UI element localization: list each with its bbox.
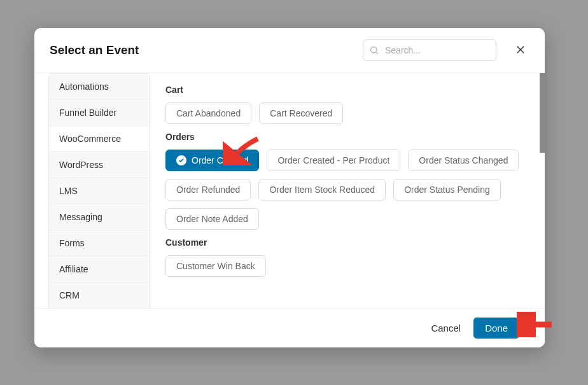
section-label: Customer (165, 237, 529, 248)
scrollbar-thumb[interactable] (540, 73, 545, 153)
section-label: Cart (165, 85, 529, 95)
modal-title: Select an Event (50, 43, 354, 57)
chip-label: Order Status Pending (404, 185, 490, 195)
search-input[interactable] (363, 39, 496, 61)
sidebar-item-label: Automations (59, 81, 109, 92)
done-button[interactable]: Done (473, 318, 519, 339)
sidebar-item-messaging[interactable]: Messaging (49, 204, 150, 230)
sidebar-item-label: Forms (59, 238, 85, 248)
sidebar-item-automations[interactable]: Automations (49, 74, 150, 100)
event-chip-order-note-added[interactable]: Order Note Added (165, 208, 259, 230)
event-chip-order-created-per-product[interactable]: Order Created - Per Product (267, 150, 400, 171)
event-chip-order-created[interactable]: Order Created (165, 150, 259, 171)
chip-label: Order Item Stock Reduced (269, 185, 375, 195)
chip-label: Order Status Changed (419, 155, 508, 165)
sidebar-item-affiliate[interactable]: Affiliate (49, 256, 150, 283)
sidebar-item-label: Messaging (59, 212, 102, 222)
chip-label: Order Created - Per Product (277, 155, 389, 165)
chip-row: Customer Win Back (165, 255, 529, 277)
sidebar-item-label: Affiliate (59, 264, 88, 274)
chip-label: Order Refunded (176, 185, 240, 195)
chip-row: Order CreatedOrder Created - Per Product… (165, 150, 529, 230)
sidebar-item-label: CRM (59, 290, 80, 300)
sidebar-item-lms[interactable]: LMS (49, 178, 150, 204)
search-icon (369, 45, 379, 55)
sidebar[interactable]: AutomationsFunnel BuilderWooCommerceWord… (48, 73, 150, 308)
sidebar-item-label: Funnel Builder (59, 108, 116, 118)
event-chip-order-status-changed[interactable]: Order Status Changed (408, 150, 519, 171)
section-label: Orders (165, 132, 529, 142)
event-chip-order-item-stock-reduced[interactable]: Order Item Stock Reduced (258, 179, 386, 200)
sidebar-item-forms[interactable]: Forms (49, 230, 150, 256)
sidebar-item-crm[interactable]: CRM (49, 283, 150, 308)
sidebar-item-label: WooCommerce (59, 134, 121, 144)
close-button[interactable] (512, 41, 529, 59)
chip-label: Order Created (192, 155, 248, 165)
sidebar-item-label: LMS (59, 186, 78, 196)
close-icon (515, 44, 526, 57)
search-wrap (363, 39, 496, 61)
chip-label: Order Note Added (176, 214, 248, 224)
modal-body: AutomationsFunnel BuilderWooCommerceWord… (34, 73, 545, 308)
svg-point-0 (371, 47, 377, 53)
chip-row: Cart AbandonedCart Recovered (165, 102, 529, 124)
modal-footer: Cancel Done (34, 308, 545, 347)
sidebar-item-label: WordPress (59, 160, 103, 170)
select-event-modal: Select an Event AutomationsFunnel Builde… (34, 28, 545, 347)
sidebar-item-funnel-builder[interactable]: Funnel Builder (49, 100, 150, 126)
svg-line-1 (376, 52, 378, 54)
event-content[interactable]: CartCart AbandonedCart RecoveredOrdersOr… (150, 73, 545, 308)
event-chip-customer-win-back[interactable]: Customer Win Back (165, 255, 266, 277)
chip-label: Cart Recovered (270, 108, 332, 118)
cancel-button[interactable]: Cancel (431, 323, 461, 333)
sidebar-item-wordpress[interactable]: WordPress (49, 152, 150, 178)
event-chip-order-refunded[interactable]: Order Refunded (165, 179, 251, 200)
event-chip-cart-abandoned[interactable]: Cart Abandoned (165, 102, 251, 124)
check-icon (176, 155, 186, 165)
sidebar-item-woocommerce[interactable]: WooCommerce (49, 126, 150, 152)
modal-header: Select an Event (34, 28, 545, 73)
event-chip-cart-recovered[interactable]: Cart Recovered (259, 102, 343, 124)
event-chip-order-status-pending[interactable]: Order Status Pending (393, 179, 501, 200)
chip-label: Customer Win Back (176, 261, 255, 271)
chip-label: Cart Abandoned (176, 108, 241, 118)
